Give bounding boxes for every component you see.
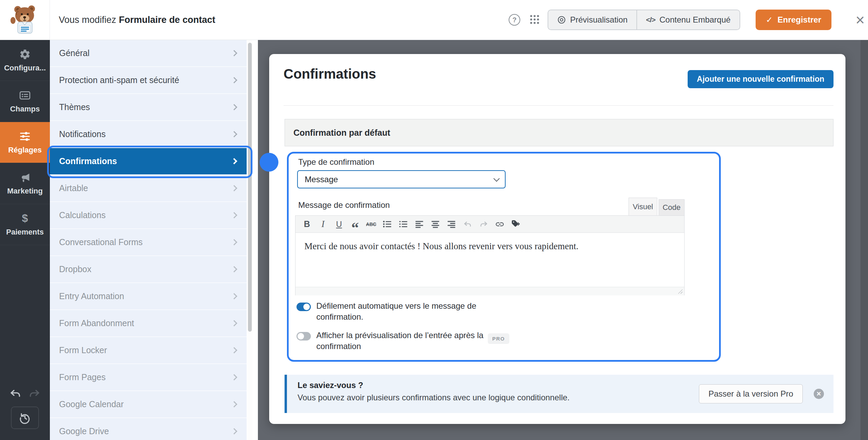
rail-label: Champs	[10, 105, 40, 114]
dismiss-tip-icon[interactable]: ×	[814, 389, 824, 399]
nav-item-form-locker[interactable]: Form Locker	[50, 337, 247, 364]
close-builder-button[interactable]: ×	[853, 10, 868, 29]
undo-redo-controls	[0, 388, 50, 400]
nav-item-google-calendar[interactable]: Google Calendar	[50, 391, 247, 418]
save-label: Enregistrer	[777, 15, 821, 25]
did-you-know-box: Le saviez-vous ? Vous pouvez avoir plusi…	[285, 375, 833, 413]
align-center-icon[interactable]	[427, 217, 443, 232]
italic-icon[interactable]: I	[315, 217, 331, 232]
editing-prefix: Vous modifiez	[59, 15, 116, 25]
nav-item-form-abandonment[interactable]: Form Abandonment	[50, 310, 247, 337]
rail-label: Paiements	[6, 228, 44, 237]
rail-label: Réglages	[8, 146, 42, 155]
chevron-right-icon	[231, 77, 237, 83]
autoscroll-toggle[interactable]	[297, 303, 311, 311]
numbered-list-icon[interactable]	[395, 217, 411, 232]
chevron-down-icon	[493, 175, 499, 182]
sliders-icon	[19, 131, 31, 142]
megaphone-icon	[19, 172, 31, 183]
editor-toolbar: B I U “ ABC	[295, 216, 684, 233]
confirmation-type-select[interactable]: Message	[297, 170, 506, 188]
add-confirmation-button[interactable]: Ajouter une nouvelle confirmation	[688, 70, 833, 88]
nav-item-airtable[interactable]: Airtable	[50, 175, 247, 202]
topbar: Vous modifiez Formulaire de contact ? Pr…	[0, 0, 868, 40]
default-confirmation-header: Confirmation par défaut	[285, 119, 833, 146]
embed-button[interactable]: </> Contenu Embarqué	[636, 10, 740, 29]
settings-sidebar: Général Protection anti-spam et sécurité…	[50, 40, 258, 440]
bullet-list-icon[interactable]	[379, 217, 395, 232]
upgrade-pro-button[interactable]: Passer à la version Pro	[699, 384, 803, 403]
confirmations-panel: Confirmations Ajouter une nouvelle confi…	[269, 54, 845, 424]
strikethrough-icon[interactable]: ABC	[363, 217, 379, 232]
nav-item-antispam[interactable]: Protection anti-spam et sécurité	[50, 67, 247, 94]
settings-nav-list: Général Protection anti-spam et sécurité…	[50, 40, 247, 440]
sidebar-scrollbar-thumb[interactable]	[248, 43, 252, 332]
history-clock-icon	[18, 411, 31, 424]
tab-visual[interactable]: Visuel	[629, 198, 657, 216]
nav-item-calculations[interactable]: Calculations	[50, 202, 247, 229]
tag-icon[interactable]	[508, 217, 524, 232]
undo-icon[interactable]	[10, 388, 21, 400]
bold-icon[interactable]: B	[299, 217, 315, 232]
nav-item-google-drive[interactable]: Google Drive	[50, 418, 247, 440]
autoscroll-toggle-label: Défilement automatique vers le message d…	[316, 301, 496, 322]
nav-item-notifications[interactable]: Notifications	[50, 121, 247, 148]
save-button[interactable]: ✓ Enregistrer	[756, 10, 831, 30]
rail-item-marketing[interactable]: Marketing	[0, 163, 50, 204]
page-breadcrumb: Vous modifiez Formulaire de contact	[59, 0, 215, 40]
chevron-right-icon	[231, 212, 237, 218]
chevron-right-icon	[231, 50, 237, 56]
rail-item-settings[interactable]: Réglages	[0, 122, 50, 163]
redo-icon[interactable]	[29, 388, 40, 400]
rail-item-fields[interactable]: Champs	[0, 81, 50, 122]
nav-item-confirmations[interactable]: Confirmations	[50, 148, 247, 175]
align-right-icon[interactable]	[443, 217, 459, 232]
sidebar-scrollbar	[247, 40, 252, 440]
align-left-icon[interactable]	[411, 217, 427, 232]
entry-preview-toggle[interactable]	[297, 332, 311, 341]
message-editor: B I U “ ABC	[295, 215, 685, 295]
link-icon[interactable]	[492, 217, 508, 232]
embed-label: Contenu Embarqué	[659, 15, 730, 25]
selected-type-value: Message	[305, 175, 338, 184]
redo-icon[interactable]	[476, 217, 492, 232]
nav-item-conversational-forms[interactable]: Conversational Forms	[50, 229, 247, 256]
wpforms-builder: Vous modifiez Formulaire de contact ? Pr…	[0, 0, 868, 440]
rail-item-payments[interactable]: $ Paiements	[0, 204, 50, 245]
chevron-right-icon	[231, 293, 237, 299]
preview-eye-icon	[557, 15, 566, 24]
chevron-right-icon	[231, 347, 237, 353]
help-icon[interactable]: ?	[509, 14, 520, 26]
rail-item-setup[interactable]: Configura...	[0, 40, 50, 81]
blockquote-icon[interactable]: “	[347, 217, 363, 232]
editor-statusbar	[295, 287, 684, 295]
revisions-button[interactable]	[11, 406, 39, 429]
editor-content[interactable]: Merci de nous avoir contactés ! Nous all…	[295, 233, 684, 287]
undo-icon[interactable]	[459, 217, 476, 232]
panel-heading: Confirmations	[284, 66, 376, 82]
nav-item-form-pages[interactable]: Form Pages	[50, 364, 247, 391]
nav-item-dropbox[interactable]: Dropbox	[50, 256, 247, 283]
dollar-icon: $	[19, 213, 31, 224]
tab-code[interactable]: Code	[659, 199, 685, 216]
pro-badge: PRO	[488, 333, 509, 344]
confirmation-message-label: Message de confirmation	[298, 200, 390, 210]
preview-button[interactable]: Prévisualisation	[548, 10, 636, 29]
nav-item-general[interactable]: Général	[50, 40, 247, 67]
underline-icon[interactable]: U	[331, 217, 347, 232]
chevron-right-icon	[231, 428, 237, 434]
builder-nav-rail: Configura... Champs Réglages	[0, 40, 50, 440]
confirmation-message-text: Merci de nous avoir contactés ! Nous all…	[304, 241, 578, 251]
nav-item-themes[interactable]: Thèmes	[50, 94, 247, 121]
code-brackets-icon: </>	[646, 16, 655, 24]
confirmation-type-label: Type de confirmation	[298, 157, 374, 167]
window-right-edge	[860, 40, 868, 440]
tip-title: Le saviez-vous ?	[298, 381, 363, 390]
resize-handle-icon[interactable]	[678, 289, 683, 294]
chevron-right-icon	[231, 401, 237, 407]
chevron-right-icon	[231, 185, 237, 191]
gear-icon	[19, 49, 31, 60]
apps-grid-icon[interactable]	[530, 15, 532, 17]
preview-label: Prévisualisation	[570, 15, 628, 25]
nav-item-entry-automation[interactable]: Entry Automation	[50, 283, 247, 310]
